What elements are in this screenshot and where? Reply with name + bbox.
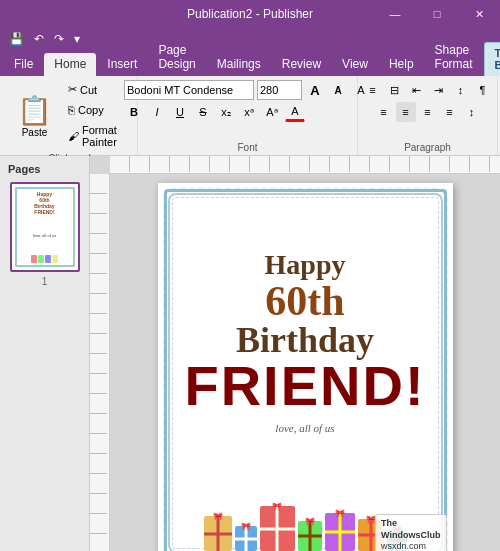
font-size-input[interactable] [257,80,302,100]
page-thumbnail-1[interactable]: Happy60thBirthdayFRIEND! love, all of us [10,182,80,272]
card-birthday-text: Birthday [236,322,374,358]
cut-button[interactable]: ✂ Cut [63,80,131,99]
ruler-h-marks [110,156,500,172]
copy-icon: ⎘ [68,104,75,116]
sort-button[interactable]: ↕ [451,80,471,100]
gift-box-5: 🎀 [325,513,355,551]
gift-box-4: 🎀 [298,521,322,551]
title-bar: Publication2 - Publisher — □ ✕ [0,0,500,28]
save-icon[interactable]: 💾 [6,30,27,48]
bullets-button[interactable]: ≡ [363,80,383,100]
paste-icon: 📋 [17,94,52,127]
tab-review[interactable]: Review [272,53,331,76]
ribbon-group-clipboard: 📋 Paste ✂ Cut ⎘ Copy 🖌 Format Painter Cl… [2,76,138,155]
card-60th-text: 60th [265,280,344,322]
thumb-gift-3 [45,255,51,263]
indent-less-button[interactable]: ⇤ [407,80,427,100]
bold-button[interactable]: B [124,102,144,122]
gift-box-1: 🎀 [204,516,232,551]
canvas-area[interactable]: Happy 60th Birthday FRIEND! love, all of… [90,156,500,551]
para-row-2: ≡ ≡ ≡ ≡ ↕ [374,102,482,122]
thumb-border: Happy60thBirthdayFRIEND! love, all of us [15,187,75,267]
numbering-button[interactable]: ⊟ [385,80,405,100]
main-area: Pages Happy60thBirthdayFRIEND! love, all… [0,156,500,551]
align-left-button[interactable]: ≡ [374,102,394,122]
maximize-button[interactable]: □ [416,0,458,28]
tab-view[interactable]: View [332,53,378,76]
close-button[interactable]: ✕ [458,0,500,28]
pages-panel: Pages Happy60thBirthdayFRIEND! love, all… [0,156,90,551]
font-name-input[interactable] [124,80,254,100]
subscript-button[interactable]: x₂ [216,102,236,122]
strikethrough-button[interactable]: S [193,102,213,122]
underline-button[interactable]: U [170,102,190,122]
font-label: Font [237,140,257,153]
horizontal-ruler [110,156,500,174]
align-right-button[interactable]: ≡ [418,102,438,122]
card-friend-text: FRIEND! [184,358,425,414]
font-row-2: B I U S x₂ xᵃ Aᵃ A [124,102,305,122]
font-row-1: A A A [124,80,371,100]
thumb-gift-2 [38,255,44,263]
vertical-ruler [90,174,110,551]
paste-button[interactable]: 📋 Paste [8,80,61,151]
watermark-line1: The [381,518,440,530]
redo-icon[interactable]: ↷ [51,30,67,48]
tab-shape-format[interactable]: Shape Format [425,39,483,76]
page-thumb-inner: Happy60thBirthdayFRIEND! love, all of us [12,184,78,270]
superscript-button[interactable]: xᵃ [239,102,259,122]
justify-button[interactable]: ≡ [440,102,460,122]
format-painter-button[interactable]: 🖌 Format Painter [63,121,131,151]
customize-quick-access-icon[interactable]: ▾ [71,30,83,48]
align-center-button[interactable]: ≡ [396,102,416,122]
watermark-line3: wsxdn.com [381,541,440,551]
ruler-v-marks [90,174,107,551]
tab-page-design[interactable]: Page Design [148,39,205,76]
window-controls: — □ ✕ [374,0,500,28]
change-case-button[interactable]: Aᵃ [262,102,282,122]
publisher-document[interactable]: Happy 60th Birthday FRIEND! love, all of… [158,183,453,551]
thumb-gift-1 [31,255,37,263]
thumb-gifts [31,255,58,263]
card-love-text: love, all of us [275,422,334,434]
title-text: Publication2 - Publisher [187,7,313,21]
minimize-button[interactable]: — [374,0,416,28]
font-grow-button[interactable]: A [305,80,325,100]
ribbon-group-paragraph: ≡ ⊟ ⇤ ⇥ ↕ ¶ ≡ ≡ ≡ ≡ ↕ Paragraph [358,76,498,155]
clipboard-content: 📋 Paste ✂ Cut ⎘ Copy 🖌 Format Painter [8,80,131,151]
card-happy-text: Happy [265,250,346,281]
font-color-button[interactable]: A [285,102,305,122]
thumb-text-happy: Happy60thBirthdayFRIEND! [34,191,54,215]
thumb-gift-4 [52,255,58,263]
gift-box-3: 🎀 [260,506,295,551]
pages-label: Pages [4,160,85,178]
cut-icon: ✂ [68,83,77,96]
tab-help[interactable]: Help [379,53,424,76]
clipboard-side: ✂ Cut ⎘ Copy 🖌 Format Painter [63,80,131,151]
ribbon-tabs: File Home Insert Page Design Mailings Re… [0,50,500,76]
tab-file[interactable]: File [4,53,43,76]
tab-insert[interactable]: Insert [97,53,147,76]
font-content: A A A B I U S x₂ xᵃ Aᵃ A [124,80,371,140]
tab-text-box[interactable]: Text Box [484,42,500,76]
gift-box-2: 🎀 [235,526,257,551]
thumb-text-love: love, all of us [33,233,56,238]
paragraph-label: Paragraph [404,140,451,153]
watermark: The WindowsClub wsxdn.com [375,514,446,551]
page-number: 1 [4,276,85,287]
font-shrink-button[interactable]: A [328,80,348,100]
watermark-line2: WindowsClub [381,530,440,542]
ribbon-group-font: A A A B I U S x₂ xᵃ Aᵃ A Font [138,76,358,155]
tab-home[interactable]: Home [44,53,96,76]
indent-more-button[interactable]: ⇥ [429,80,449,100]
paragraph-content: ≡ ⊟ ⇤ ⇥ ↕ ¶ ≡ ≡ ≡ ≡ ↕ [363,80,493,140]
italic-button[interactable]: I [147,102,167,122]
tab-mailings[interactable]: Mailings [207,53,271,76]
ribbon: 📋 Paste ✂ Cut ⎘ Copy 🖌 Format Painter Cl… [0,76,500,156]
card-text-area: Happy 60th Birthday FRIEND! love, all of… [176,201,435,483]
undo-icon[interactable]: ↶ [31,30,47,48]
copy-button[interactable]: ⎘ Copy [63,101,131,119]
document-container: Happy 60th Birthday FRIEND! love, all of… [115,178,495,546]
show-marks-button[interactable]: ¶ [473,80,493,100]
line-spacing-button[interactable]: ↕ [462,102,482,122]
